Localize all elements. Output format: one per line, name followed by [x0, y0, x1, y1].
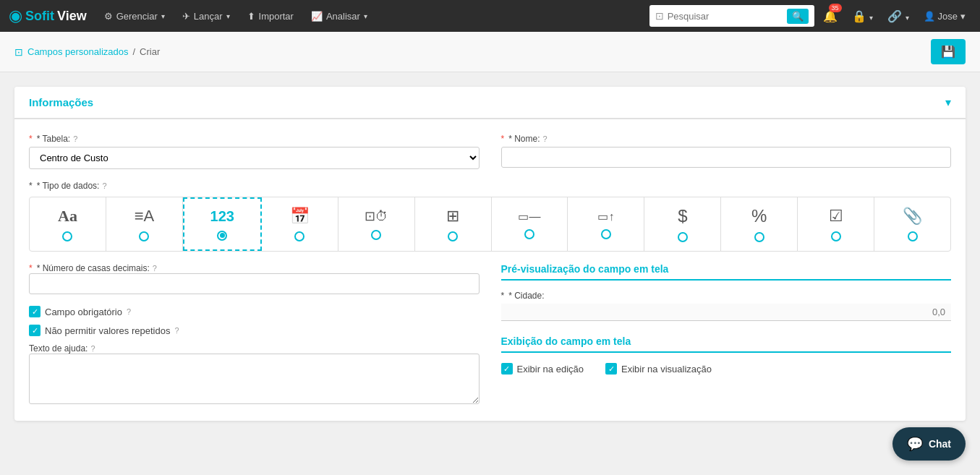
type-date-icon: 📅 — [290, 207, 310, 226]
type-text-icon: Aa — [58, 207, 77, 226]
type-input1-icon: ▭— — [518, 210, 540, 223]
type-datetime[interactable]: ⊡⏱ — [338, 197, 415, 251]
type-text-radio[interactable] — [62, 231, 72, 241]
campo-obrigatorio-row: Campo obrigatório ? — [29, 306, 480, 317]
type-richtext[interactable]: ≡A — [106, 197, 183, 251]
nome-group: * * Nome: ? Cidade — [501, 134, 952, 169]
nao-repetir-help-icon[interactable]: ? — [174, 326, 179, 335]
type-input1[interactable]: ▭— — [492, 197, 568, 251]
type-input2[interactable]: ▭↑ — [568, 197, 644, 251]
type-datetime-icon: ⊡⏱ — [365, 208, 388, 224]
type-currency-icon: $ — [678, 206, 687, 226]
type-number-radio[interactable] — [217, 231, 227, 241]
type-percent-radio[interactable] — [754, 232, 764, 242]
type-currency-radio[interactable] — [678, 232, 688, 242]
breadcrumb-parent[interactable]: Campos personalizados — [27, 46, 128, 57]
search-box: ⊡ 🔍 — [649, 5, 814, 27]
card-header: Informações ▾ — [14, 87, 966, 119]
nome-label: * * Nome: ? — [501, 134, 952, 144]
type-number[interactable]: 123 — [183, 197, 262, 251]
type-input1-radio[interactable] — [524, 229, 534, 239]
display-title: Exibição do campo em tela — [501, 335, 952, 353]
num-casas-help-icon[interactable]: ? — [153, 264, 157, 273]
nao-repetir-label: Não permitir valores repetidos — [45, 325, 170, 336]
chevron-down-icon: ▾ — [906, 14, 909, 22]
type-checkbox[interactable]: ☑ — [798, 197, 874, 251]
texto-ajuda-help-icon[interactable]: ? — [90, 344, 95, 353]
user-icon: 👤 — [924, 11, 935, 22]
campo-obrigatorio-checkbox[interactable] — [29, 306, 41, 317]
exibir-visualizacao-checkbox[interactable] — [605, 363, 617, 375]
display-options-row: Exibir na edição Exibir na visualização — [501, 363, 952, 375]
nav-gerenciar[interactable]: ⚙ Gerenciar ▾ — [97, 7, 172, 26]
type-attach-radio[interactable] — [908, 231, 918, 241]
breadcrumb-current: Criar — [140, 46, 160, 57]
exibir-edicao-option: Exibir na edição — [501, 363, 584, 375]
right-panel: Pré-visualização do campo em tela * * Ci… — [501, 263, 952, 406]
preview-title: Pré-visualização do campo em tela — [501, 263, 952, 281]
type-date-radio[interactable] — [294, 231, 304, 241]
tabela-help-icon[interactable]: ? — [73, 134, 77, 143]
type-currency[interactable]: $ — [644, 197, 721, 251]
search-button[interactable]: 🔍 — [787, 9, 809, 24]
lock-button[interactable]: 🔒 ▾ — [846, 7, 879, 26]
notification-badge: 35 — [829, 4, 842, 12]
chevron-down-icon: ▾ — [161, 12, 165, 20]
type-table-radio[interactable] — [448, 231, 458, 241]
breadcrumb-separator: / — [132, 46, 135, 57]
type-table-icon: ⊞ — [446, 207, 459, 226]
bottom-split-row: * * Número de casas decimais: ? 1 Campo … — [29, 263, 951, 406]
chat-button[interactable]: 💬 Chat — [892, 427, 966, 435]
save-button[interactable]: 💾 — [931, 39, 966, 64]
type-datetime-radio[interactable] — [371, 230, 381, 240]
type-table[interactable]: ⊞ — [415, 197, 492, 251]
tipo-dados-section: * * Tipo de dados: ? Aa ≡A 123 — [29, 181, 951, 252]
type-text[interactable]: Aa — [30, 197, 106, 251]
texto-ajuda-label: Texto de ajuda: ? — [29, 343, 480, 354]
nome-help-icon[interactable]: ? — [543, 134, 547, 143]
notification-button[interactable]: 🔔 35 — [817, 7, 843, 26]
nav-analisar[interactable]: 📈 Analisar ▾ — [304, 7, 375, 26]
type-number-icon: 123 — [210, 208, 234, 225]
card-body: * * Tabela: ? Centro de CustoContasClien… — [14, 119, 966, 421]
type-richtext-radio[interactable] — [139, 231, 149, 241]
chevron-down-icon: ▾ — [226, 12, 230, 20]
type-date[interactable]: 📅 — [262, 197, 338, 251]
tipo-help-icon[interactable]: ? — [102, 181, 106, 190]
type-percent[interactable]: % — [721, 197, 798, 251]
network-button[interactable]: 🔗 ▾ — [882, 7, 914, 26]
exibir-visualizacao-option: Exibir na visualização — [605, 363, 712, 375]
navbar: ◉ Sofit View ⚙ Gerenciar ▾ ✈ Lançar ▾ ⬆ … — [0, 0, 980, 32]
brand-logo[interactable]: ◉ Sofit View — [9, 7, 87, 25]
import-icon: ⬆ — [247, 11, 255, 22]
chevron-down-icon: ▾ — [364, 12, 367, 20]
brand-sofit: Sofit — [25, 9, 54, 24]
nome-input[interactable]: Cidade — [501, 147, 952, 168]
tabela-select[interactable]: Centro de CustoContasClientes — [29, 147, 480, 169]
preview-field-input[interactable] — [501, 304, 952, 321]
nav-lancar[interactable]: ✈ Lançar ▾ — [175, 7, 237, 26]
num-casas-group: * * Número de casas decimais: ? 1 — [29, 263, 480, 294]
user-menu[interactable]: 👤 Jose ▾ — [918, 8, 971, 25]
type-input2-radio[interactable] — [601, 229, 611, 239]
type-checkbox-radio[interactable] — [831, 231, 841, 241]
tipo-dados-label: * * Tipo de dados: ? — [29, 181, 951, 191]
breadcrumb: ⊡ Campos personalizados / Criar — [14, 46, 160, 58]
nao-repetir-checkbox[interactable] — [29, 325, 41, 336]
num-casas-label: * * Número de casas decimais: ? — [29, 263, 480, 273]
texto-ajuda-textarea[interactable] — [29, 354, 480, 404]
type-attach[interactable]: 📎 — [874, 197, 950, 251]
collapse-icon[interactable]: ▾ — [945, 95, 951, 109]
type-richtext-icon: ≡A — [135, 207, 155, 226]
campo-obrigatorio-label: Campo obrigatório — [45, 307, 122, 317]
preview-field-label: * * Cidade: — [501, 291, 952, 301]
info-card: Informações ▾ * * Tabela: ? Centro de Cu… — [14, 87, 966, 421]
num-casas-input[interactable]: 1 — [29, 273, 480, 294]
type-checkbox-icon: ☑ — [829, 207, 843, 226]
chevron-down-icon: ▾ — [960, 11, 966, 22]
chart-icon: 📈 — [311, 11, 323, 22]
campo-obrigatorio-help-icon[interactable]: ? — [127, 307, 131, 316]
search-input[interactable] — [668, 11, 783, 22]
exibir-edicao-checkbox[interactable] — [501, 363, 513, 375]
nav-importar[interactable]: ⬆ Importar — [240, 7, 301, 26]
